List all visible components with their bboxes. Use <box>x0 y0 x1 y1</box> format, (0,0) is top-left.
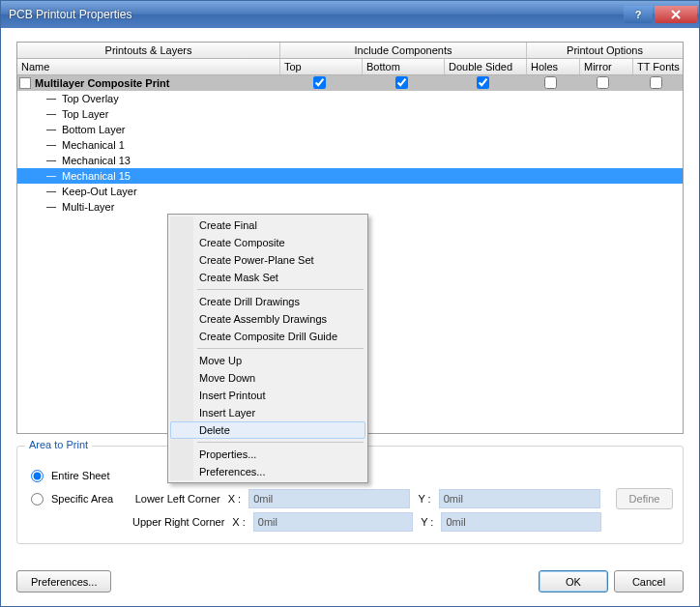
context-menu: Create FinalCreate CompositeCreate Power… <box>167 214 368 483</box>
cancel-button[interactable]: Cancel <box>614 570 684 593</box>
area-title: Area to Print <box>25 439 92 450</box>
context-menu-item[interactable]: Properties... <box>170 446 365 463</box>
checkbox-top[interactable] <box>313 76 326 89</box>
layer-row[interactable]: Top Overlay <box>17 91 683 106</box>
row-name-cell: Top Overlay <box>17 93 280 104</box>
row-label: Mechanical 1 <box>62 139 125 151</box>
context-menu-item[interactable]: Create Mask Set <box>170 269 365 286</box>
urc-x-input[interactable] <box>253 512 413 532</box>
entire-sheet-radio[interactable] <box>31 470 44 482</box>
preferences-button[interactable]: Preferences... <box>16 570 111 593</box>
collapse-icon <box>46 203 58 211</box>
row-name-cell: Mechanical 15 <box>17 170 280 182</box>
lower-left-corner-label: Lower Left Corner <box>135 493 220 505</box>
row-name-cell: Top Layer <box>17 108 280 120</box>
context-menu-separator <box>197 348 364 349</box>
group-printouts-layers: Printouts & Layers <box>17 43 280 58</box>
dialog-window: PCB Printout Properties ? Printouts & La… <box>0 0 700 607</box>
group-include-components: Include Components <box>280 43 527 58</box>
context-menu-item[interactable]: Move Up <box>170 352 365 369</box>
col-name[interactable]: Name <box>17 59 280 74</box>
collapse-icon <box>46 188 58 195</box>
llc-y-input[interactable] <box>439 489 600 508</box>
y-label-2: Y : <box>421 516 433 528</box>
specific-area-label: Specific Area <box>51 493 128 505</box>
grid-column-header: Name Top Bottom Double Sided Holes Mirro… <box>17 59 683 75</box>
window-title: PCB Printout Properties <box>9 8 622 21</box>
title-bar: PCB Printout Properties ? <box>1 1 699 28</box>
checkbox-holes[interactable] <box>544 76 557 89</box>
x-label: X : <box>228 493 241 505</box>
layer-row[interactable]: Multi-Layer <box>17 199 683 215</box>
y-label: Y : <box>418 493 430 505</box>
layer-row[interactable]: Top Layer <box>17 106 683 122</box>
context-menu-item[interactable]: Insert Printout <box>170 387 365 404</box>
layer-row[interactable]: Keep-Out Layer <box>17 184 683 199</box>
close-button[interactable] <box>655 6 697 23</box>
define-button[interactable]: Define <box>616 488 673 509</box>
collapse-icon <box>46 157 58 164</box>
llc-x-input[interactable] <box>248 489 410 508</box>
cell-top <box>278 76 361 91</box>
help-button[interactable]: ? <box>624 6 653 23</box>
row-label: Top Overlay <box>62 93 119 104</box>
context-menu-item[interactable]: Create Drill Drawings <box>170 293 365 310</box>
urc-y-input[interactable] <box>441 512 600 532</box>
context-menu-item[interactable]: Move Down <box>170 369 365 387</box>
close-icon <box>670 9 682 20</box>
collapse-icon <box>46 95 58 102</box>
group-printout-options: Printout Options <box>527 43 683 58</box>
row-label: Top Layer <box>62 108 108 120</box>
collapse-icon <box>46 110 58 118</box>
dialog-button-bar: Preferences... OK Cancel <box>1 561 699 606</box>
col-top[interactable]: Top <box>280 59 363 74</box>
cell-mirror <box>577 76 630 91</box>
ok-button[interactable]: OK <box>539 570 608 593</box>
cell-holes <box>524 76 577 91</box>
context-menu-item[interactable]: Insert Layer <box>170 404 365 421</box>
upper-right-corner-label: Upper Right Corner <box>132 516 224 528</box>
checkbox-tt-fonts[interactable] <box>650 76 662 89</box>
col-holes[interactable]: Holes <box>527 59 580 74</box>
row-label: Mechanical 13 <box>62 155 131 166</box>
row-label: Multilayer Composite Print <box>35 77 169 89</box>
specific-area-radio[interactable] <box>31 493 44 506</box>
context-menu-item[interactable]: Create Power-Plane Set <box>170 251 365 269</box>
row-name-cell: Keep-Out Layer <box>17 186 280 197</box>
row-name-cell: Multi-Layer <box>17 201 280 213</box>
col-double-sided[interactable]: Double Sided <box>445 59 527 74</box>
collapse-icon <box>46 141 58 149</box>
context-menu-item[interactable]: Create Composite Drill Guide <box>170 328 365 345</box>
layer-row[interactable]: Bottom Layer <box>17 122 683 137</box>
context-menu-separator <box>197 289 364 290</box>
layer-row[interactable]: Mechanical 13 <box>17 153 683 168</box>
dialog-content: Printouts & Layers Include Components Pr… <box>1 28 699 561</box>
context-menu-item[interactable]: Create Assembly Drawings <box>170 310 365 328</box>
question-mark-icon: ? <box>635 9 642 20</box>
printout-row[interactable]: Multilayer Composite Print <box>17 75 683 91</box>
context-menu-item[interactable]: Create Final <box>170 217 365 234</box>
row-name-cell: Mechanical 13 <box>17 155 280 166</box>
col-mirror[interactable]: Mirror <box>580 59 633 74</box>
x-label-2: X : <box>232 516 245 528</box>
layer-row[interactable]: Mechanical 15 <box>17 168 683 184</box>
col-tt-fonts[interactable]: TT Fonts <box>633 59 683 74</box>
col-bottom[interactable]: Bottom <box>363 59 445 74</box>
collapse-icon <box>46 126 58 133</box>
grid-group-header: Printouts & Layers Include Components Pr… <box>17 43 683 59</box>
context-menu-separator <box>197 442 364 443</box>
entire-sheet-label: Entire Sheet <box>51 470 110 481</box>
context-menu-item[interactable]: Create Composite <box>170 234 365 251</box>
page-icon <box>19 77 31 89</box>
context-menu-item[interactable]: Preferences... <box>170 463 365 480</box>
checkbox-mirror[interactable] <box>597 76 609 89</box>
row-label: Multi-Layer <box>62 201 114 213</box>
layer-row[interactable]: Mechanical 1 <box>17 137 683 153</box>
row-name-cell: Bottom Layer <box>17 124 280 135</box>
checkbox-bottom[interactable] <box>395 76 408 89</box>
checkbox-double-sided[interactable] <box>477 76 489 89</box>
row-name-cell: Multilayer Composite Print <box>17 77 278 89</box>
row-name-cell: Mechanical 1 <box>17 139 280 151</box>
row-label: Keep-Out Layer <box>62 186 137 197</box>
context-menu-item[interactable]: Delete <box>170 421 365 439</box>
